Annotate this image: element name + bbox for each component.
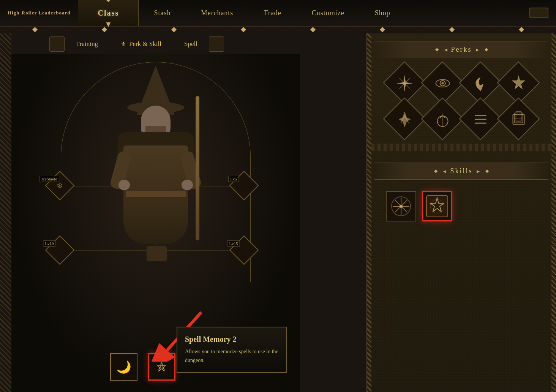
skill-slot-1[interactable] — [386, 191, 416, 221]
tab-spell[interactable]: Spell — [173, 40, 209, 48]
right-panel: ◂ Perks ▸ — [366, 33, 556, 392]
perk-7-icon — [471, 109, 490, 128]
separator-band — [371, 144, 551, 151]
wizard-right-foot — [156, 246, 167, 261]
perk-slot-8[interactable] — [497, 97, 540, 140]
perk-5-inner — [394, 109, 415, 130]
lv10-label: Lv10 — [43, 240, 55, 247]
skills-left-arrow: ◂ — [443, 168, 446, 175]
left-border-decoration — [0, 33, 11, 392]
sec-nav-next-button[interactable] — [209, 36, 224, 52]
wizard-left-hand — [118, 180, 130, 190]
diamond-deco-3 — [171, 27, 176, 32]
skill-1-icon — [390, 195, 412, 218]
wizard-body — [110, 66, 201, 263]
perks-row-2 — [389, 104, 534, 134]
iceshield-icon: ❄ — [57, 181, 63, 190]
character-figure — [84, 66, 228, 294]
perks-row-1 — [389, 68, 534, 98]
perks-grid — [374, 62, 548, 140]
character-view-area: ❄ IceShield Lv5 Lv10 Lv15 🌙 — [11, 54, 300, 392]
skills-right-arrow: ▸ — [477, 168, 480, 175]
perk-4-icon — [509, 73, 528, 92]
skills-section: ◂ Skills ▸ — [367, 155, 556, 233]
perk-slot-6[interactable] — [421, 97, 464, 140]
perk-skill-icon: ⚜ — [121, 40, 126, 47]
skill-slot-2[interactable] — [422, 191, 452, 221]
top-navigation: High-Roller Leaderboard Class Stash Merc… — [0, 0, 556, 27]
svg-rect-24 — [516, 111, 521, 121]
lv15-label: Lv15 — [227, 240, 240, 247]
nav-merchants[interactable]: Merchants — [186, 0, 248, 26]
tooltip-title: Spell Memory 2 — [185, 335, 278, 344]
diamond-decoration-row — [0, 26, 556, 33]
skills-slots-row — [374, 183, 548, 229]
spell-memory-icon: ⛤ — [156, 361, 167, 373]
left-panel-border — [367, 33, 371, 392]
bottom-skill-icon: 🌙 — [116, 360, 131, 374]
diamond-deco-1 — [32, 27, 37, 32]
svg-point-32 — [400, 205, 403, 208]
iceshield-label: IceShield — [39, 176, 59, 182]
perk-1-inner — [394, 73, 415, 93]
diamond-deco-4 — [240, 27, 246, 32]
nav-toggle-button[interactable] — [529, 8, 548, 18]
nav-trade[interactable]: Trade — [248, 0, 296, 26]
lv5-label: Lv5 — [228, 176, 239, 182]
sec-nav-prev-button[interactable] — [49, 36, 65, 52]
perk-1-icon — [395, 73, 414, 92]
spell-memory-item-icon[interactable]: ⛤ — [148, 353, 175, 381]
nav-shop[interactable]: Shop — [360, 0, 406, 26]
diamond-deco-5 — [310, 27, 315, 32]
perk-8-icon — [509, 109, 528, 128]
tooltip-popup: Spell Memory 2 Allows you to memorize sp… — [177, 327, 287, 373]
perk-3-icon — [471, 73, 490, 92]
perk-slot-5[interactable] — [383, 97, 426, 140]
nav-items-list: Stash Merchants Trade Customize Shop — [139, 0, 529, 26]
diamond-deco-8 — [518, 27, 524, 32]
skill-2-icon — [426, 195, 449, 218]
tab-training[interactable]: Training — [65, 40, 109, 48]
class-tab[interactable]: Class — [78, 0, 139, 26]
bottom-skill-slot[interactable]: 🌙 — [110, 353, 137, 381]
perk-8-inner — [508, 109, 529, 130]
wizard-right-hand — [182, 180, 193, 190]
class-tab-label: Class — [98, 9, 119, 17]
perk-2-inner — [432, 73, 453, 93]
secondary-navigation: Training ⚜ Perk & Skill Spell — [49, 33, 556, 54]
svg-marker-16 — [512, 75, 525, 89]
perk-slot-7[interactable] — [459, 97, 502, 140]
nav-stash[interactable]: Stash — [139, 0, 186, 26]
nav-customize[interactable]: Customize — [297, 0, 360, 26]
perk-4-inner — [508, 73, 529, 93]
tab-perk-skill[interactable]: ⚜ Perk & Skill — [109, 40, 173, 48]
wizard-staff — [196, 96, 199, 240]
app-title: High-Roller Leaderboard — [8, 10, 70, 16]
perk-6-inner — [432, 109, 453, 130]
right-panel-border — [551, 33, 556, 392]
skills-title: Skills — [450, 167, 472, 175]
logo-area: High-Roller Leaderboard — [0, 10, 78, 16]
perk-5-icon — [395, 109, 414, 128]
skills-header: ◂ Skills ▸ — [374, 163, 548, 180]
diamond-deco-2 — [101, 27, 107, 32]
wizard-belt — [126, 191, 186, 197]
diamond-deco-6 — [379, 27, 385, 32]
perk-3-inner — [470, 73, 491, 93]
perk-6-icon — [433, 109, 452, 128]
perk-2-icon — [433, 73, 452, 92]
svg-marker-9 — [403, 76, 406, 83]
diamond-deco-7 — [449, 27, 454, 32]
main-content-area: 5 20 33 12 5 75 0 12 0 ) % % % % % % % %… — [0, 33, 556, 392]
wizard-left-foot — [147, 246, 157, 261]
tooltip-description: Allows you to memorize spells to use in … — [185, 348, 278, 365]
perk-7-inner — [470, 109, 491, 130]
